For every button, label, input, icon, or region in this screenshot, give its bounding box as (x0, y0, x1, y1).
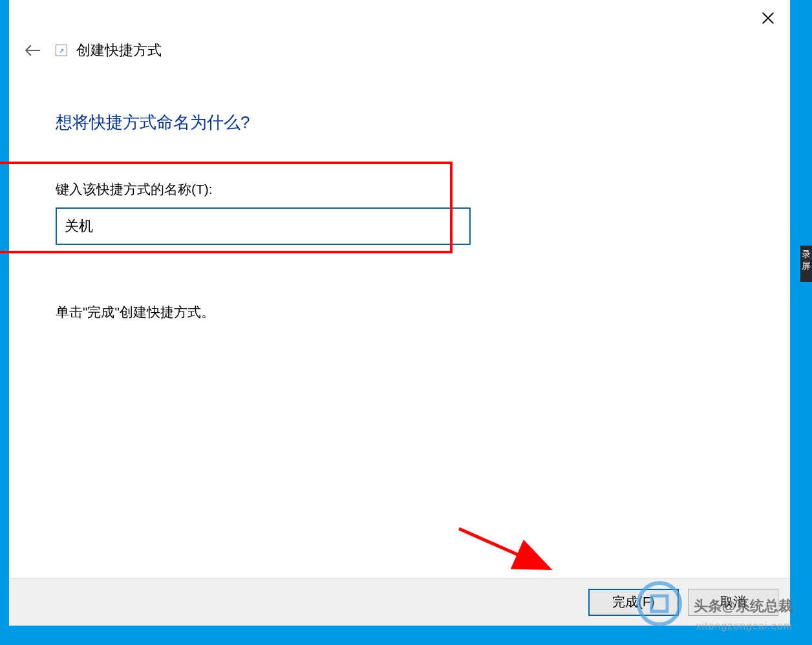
name-input-label: 键入该快捷方式的名称(T): (56, 180, 790, 198)
side-clip-label: 录屏 (800, 246, 812, 282)
content-area: 想将快捷方式命名为什么? 键入该快捷方式的名称(T): 单击"完成"创建快捷方式… (9, 65, 790, 578)
dialog-title: 创建快捷方式 (76, 41, 162, 60)
close-button[interactable] (753, 3, 784, 34)
title-bar (9, 0, 790, 36)
page-heading: 想将快捷方式命名为什么? (56, 111, 790, 134)
create-shortcut-dialog: 创建快捷方式 想将快捷方式命名为什么? 键入该快捷方式的名称(T): 单击"完成… (9, 0, 790, 626)
shortcut-icon (56, 45, 67, 56)
cancel-button[interactable]: 取消 (688, 589, 778, 616)
finish-button[interactable]: 完成(F) (588, 589, 679, 616)
instruction-text: 单击"完成"创建快捷方式。 (56, 303, 790, 321)
back-arrow-icon (23, 44, 41, 57)
footer-bar: 完成(F) 取消 (9, 578, 790, 626)
back-button[interactable] (21, 39, 44, 62)
header-row: 创建快捷方式 (9, 36, 790, 65)
shortcut-name-input[interactable] (56, 207, 471, 245)
close-icon (761, 11, 775, 25)
